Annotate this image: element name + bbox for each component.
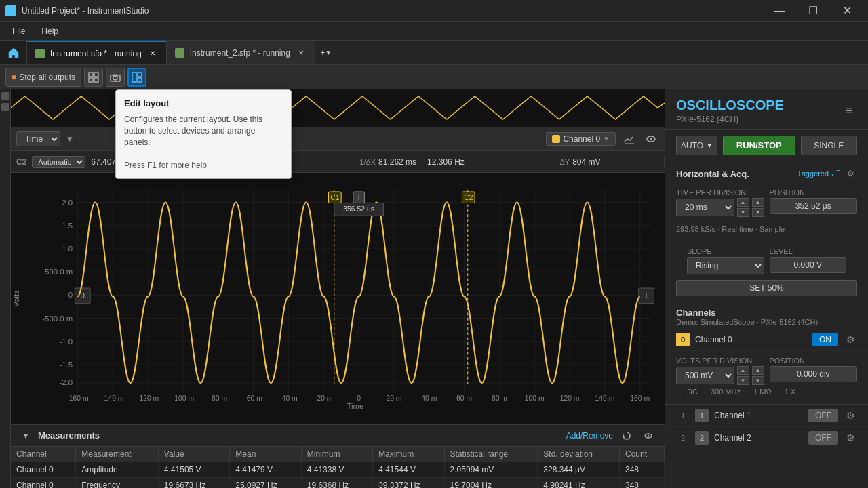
table-cell: 25.0927 Hz xyxy=(230,478,301,489)
volts-per-div-select[interactable]: 500 mV xyxy=(676,367,734,384)
time-mode-select[interactable]: Time xyxy=(16,131,60,146)
tab-instrument-1[interactable]: Instrument.sfp * - running ✕ xyxy=(27,41,167,64)
time-per-div-arrows: ▲ ▼ xyxy=(737,198,749,217)
volts-up-btn[interactable]: ▲ xyxy=(737,366,749,375)
time-fine-down[interactable]: ▼ xyxy=(752,208,764,217)
visibility-measurements-button[interactable] xyxy=(640,428,656,444)
channel-1-index: 1 xyxy=(676,411,690,420)
time-per-div-section: TIME PER DIVISION 20 ms ▲ ▼ ▲ ▼ PO xyxy=(665,183,868,222)
svg-text:100 m: 100 m xyxy=(525,394,545,402)
channel-0-indicator: 0 xyxy=(676,333,690,346)
add-icon: + xyxy=(320,48,325,58)
x-axis-time-label: Time xyxy=(347,402,363,410)
time-down-btn[interactable]: ▼ xyxy=(737,208,749,217)
edit-layout-button[interactable] xyxy=(127,68,146,87)
volts-per-div-section: VOLTS PER DIVISION 500 mV ▲ ▼ ▲ xyxy=(665,351,868,405)
col-std-dev: Std. deviation xyxy=(538,447,620,462)
volts-fine-up[interactable]: ▲ xyxy=(752,366,764,375)
svg-text:-120 m: -120 m xyxy=(137,394,159,402)
level-label: LEVEL xyxy=(770,247,847,256)
channel-0-toggle[interactable]: ON xyxy=(812,333,838,346)
position-label: POSITION xyxy=(770,188,858,197)
stop-icon: ■ xyxy=(12,73,16,82)
measurements-expand-button[interactable]: ▼ xyxy=(19,429,33,443)
scope-header: OSCILLOSCOPE PXIe-5162 (4CH) ≡ xyxy=(665,89,868,130)
position-input[interactable] xyxy=(770,198,858,214)
close-button[interactable]: ✕ xyxy=(831,0,863,22)
measurements-actions: Add/Remove xyxy=(566,428,656,444)
chart-type-button[interactable] xyxy=(621,131,637,147)
channel-select[interactable]: Channel 0 ▼ xyxy=(546,132,616,146)
table-cell: 4.98241 Hz xyxy=(538,478,620,489)
snapshot-button[interactable] xyxy=(106,68,125,87)
sample-rate-value: 293.98 kS/s xyxy=(676,225,715,233)
svg-point-4 xyxy=(113,76,117,80)
auto-button[interactable]: AUTO ▼ xyxy=(676,136,717,155)
cursor-mode-select[interactable]: Automatic xyxy=(32,156,85,168)
cursor-row: C2 Automatic 67.407 ms ΔX -222 mV 1/ΔX 8… xyxy=(11,151,665,173)
horizontal-settings-gear[interactable]: ⚙ xyxy=(844,167,857,180)
home-button[interactable] xyxy=(0,41,27,64)
single-button[interactable]: SINGLE xyxy=(801,136,857,155)
svg-text:-40 m: -40 m xyxy=(279,394,297,402)
channel-0-settings[interactable]: ⚙ xyxy=(844,333,857,346)
tooltip-help-link: Press F1 for more help xyxy=(124,155,283,170)
slope-select[interactable]: Rising xyxy=(687,257,764,274)
triggered-section: Triggered ⌐‾ ⚙ xyxy=(797,167,857,180)
time-fine-up[interactable]: ▲ xyxy=(752,198,764,207)
tab-close-1[interactable]: ✕ xyxy=(147,48,158,59)
scope-menu-button[interactable]: ≡ xyxy=(841,103,857,119)
scope-controls: AUTO ▼ RUN/STOP SINGLE xyxy=(665,130,868,161)
time-up-btn[interactable]: ▲ xyxy=(737,198,749,207)
delta-y-cell: ΔY 804 mV xyxy=(496,157,665,167)
refresh-measurements-button[interactable] xyxy=(618,428,635,444)
add-tab-button[interactable]: + ▼ xyxy=(315,41,337,64)
tooltip-description: Configures the current layout. Use this … xyxy=(124,114,283,148)
stop-all-outputs-button[interactable]: ■ Stop all outputs xyxy=(5,68,81,87)
channel-1-toggle[interactable]: OFF xyxy=(808,409,838,422)
left-panel-btn-2[interactable] xyxy=(1,103,9,111)
refresh-icon xyxy=(622,431,631,441)
visibility-button[interactable] xyxy=(643,131,659,147)
maximize-button[interactable]: ☐ xyxy=(797,0,829,22)
minimize-button[interactable]: — xyxy=(764,0,795,22)
svg-text:40 m: 40 m xyxy=(421,394,437,402)
col-minimum: Minimum xyxy=(301,447,372,462)
channels-header: Channels Demo: SimulatedScope · PXIe-516… xyxy=(665,302,868,329)
channel-2-toggle[interactable]: OFF xyxy=(808,431,838,445)
tab-label-1: Instrument.sfp * - running xyxy=(50,49,142,58)
auto-dropdown-arrow: ▼ xyxy=(706,142,713,149)
delta-y-label: ΔY xyxy=(559,158,570,166)
svg-text:-100 m: -100 m xyxy=(172,394,194,402)
svg-rect-8 xyxy=(138,78,142,82)
volts-down-btn[interactable]: ▼ xyxy=(737,376,749,385)
menu-file[interactable]: File xyxy=(5,24,32,39)
channel-1-indicator: 1 xyxy=(695,409,709,422)
edit-layout-tooltip: Edit layout Configures the current layou… xyxy=(115,89,292,179)
layout-icon-button-1[interactable] xyxy=(84,68,103,87)
tab-instrument-2[interactable]: Instrument_2.sfp * - running ✕ xyxy=(167,41,315,64)
svg-text:-140 m: -140 m xyxy=(102,394,123,402)
scope-title: OSCILLOSCOPE xyxy=(676,98,784,113)
add-remove-button[interactable]: Add/Remove xyxy=(566,431,613,441)
channel-label: Channel 0 xyxy=(563,134,600,144)
run-stop-button[interactable]: RUN/STOP xyxy=(723,136,795,155)
tab-close-2[interactable]: ✕ xyxy=(296,47,307,58)
time-per-div-select[interactable]: 20 ms xyxy=(676,199,734,216)
time-per-div-label: TIME PER DIVISION xyxy=(676,188,764,197)
channel-1-settings[interactable]: ⚙ xyxy=(844,409,857,422)
svg-text:0: 0 xyxy=(357,394,361,402)
menu-help[interactable]: Help xyxy=(35,24,65,39)
volts-fine-down[interactable]: ▼ xyxy=(752,376,764,385)
ch-position-input[interactable] xyxy=(770,366,858,382)
col-value: Value xyxy=(158,447,229,462)
col-mean: Mean xyxy=(230,447,301,462)
channel-2-settings[interactable]: ⚙ xyxy=(844,431,857,445)
svg-rect-7 xyxy=(138,73,142,77)
left-panel-btn-1[interactable] xyxy=(1,92,9,100)
tab-icon-1 xyxy=(35,49,45,58)
set-50-button[interactable]: SET 50% xyxy=(676,280,857,296)
svg-text:-80 m: -80 m xyxy=(210,394,227,402)
camera-icon xyxy=(110,72,121,83)
level-input[interactable] xyxy=(770,257,847,273)
